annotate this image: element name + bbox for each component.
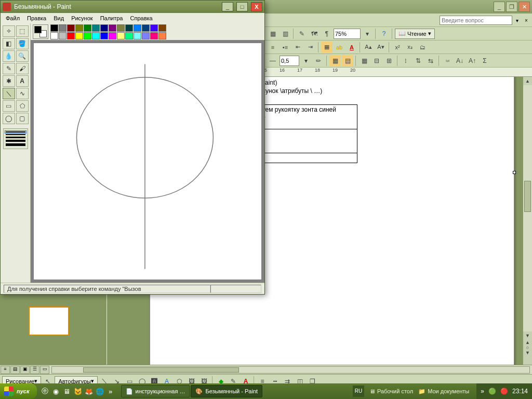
language-indicator[interactable]: RU [353, 385, 364, 397]
tool-select[interactable]: ⬚ [16, 25, 29, 37]
palette-color[interactable] [84, 32, 91, 39]
paint-titlebar[interactable]: Безымянный - Paint _ □ X [1, 1, 264, 13]
tool-curve[interactable]: ∿ [16, 88, 29, 99]
palette-color[interactable] [134, 24, 141, 32]
palette-color[interactable] [125, 32, 133, 39]
table-resize-handle[interactable] [513, 171, 516, 174]
subscript-icon[interactable]: x₂ [404, 42, 416, 53]
horizontal-scrollbar[interactable] [51, 366, 530, 374]
superscript-icon[interactable]: x² [392, 42, 403, 53]
palette-color[interactable] [75, 32, 83, 39]
outline-view-button[interactable]: ☰ [30, 366, 39, 374]
menu-view[interactable]: Вид [50, 14, 67, 22]
word-close-button[interactable]: ✕ [518, 2, 530, 12]
autoformat-icon[interactable]: ⎃ [442, 55, 453, 66]
ql-more-icon[interactable]: » [105, 385, 116, 397]
mydocs-link[interactable]: 📁 Мои документы [418, 388, 469, 395]
pen-color-icon[interactable]: ✏ [313, 55, 324, 66]
palette-color[interactable] [117, 24, 125, 32]
highlight-icon[interactable]: ab [334, 42, 345, 53]
print-view-button[interactable]: ▣ [20, 366, 30, 374]
styles-pane-icon[interactable]: 🗂 [417, 42, 428, 53]
palette-color[interactable] [92, 24, 100, 32]
ql-app1-icon[interactable]: 🐱 [73, 385, 83, 397]
sort-asc-icon[interactable]: A↓ [454, 55, 466, 66]
merge-cells-icon[interactable]: ⊟ [371, 55, 382, 66]
tray-icon-2[interactable]: 🔴 [500, 388, 508, 395]
palette-color[interactable] [125, 24, 133, 32]
word-restore-button[interactable]: ❐ [506, 2, 517, 12]
align-cell-icon[interactable]: ⫶ [400, 55, 411, 66]
ql-ie-icon[interactable]: ⓔ [40, 385, 50, 397]
tool-picker[interactable]: 💧 [3, 50, 15, 62]
palette-color[interactable] [150, 32, 158, 39]
palette-color[interactable] [59, 24, 66, 32]
distribute-cols-icon[interactable]: ⇆ [425, 55, 436, 66]
columns-icon[interactable]: ▥ [280, 28, 291, 39]
distribute-rows-icon[interactable]: ⇅ [413, 55, 424, 66]
line-weight-select[interactable] [280, 56, 299, 66]
borders-icon[interactable]: ▦ [329, 55, 341, 66]
task-word[interactable]: 📄 инструкционная … [121, 385, 190, 397]
ql-desktop-icon[interactable]: 🖥 [62, 385, 72, 397]
ql-app3-icon[interactable]: 🌐 [95, 385, 105, 397]
palette-color[interactable] [50, 32, 58, 39]
tool-freeform-select[interactable]: ✧ [3, 25, 15, 37]
palette-color[interactable] [67, 32, 75, 39]
scroll-down-icon[interactable]: ▼ [523, 331, 532, 340]
vertical-scrollbar[interactable]: ▲ ▼ ▲○▼ [523, 77, 532, 365]
tool-brush[interactable]: 🖌 [16, 63, 29, 74]
zoom-dropdown-icon[interactable]: ▾ [362, 28, 373, 39]
line-width-4[interactable] [6, 140, 25, 142]
palette-color[interactable] [100, 24, 108, 32]
normal-view-button[interactable]: ≡ [1, 366, 10, 374]
line-style-icon[interactable]: — [267, 55, 278, 66]
palette-color[interactable] [50, 24, 58, 32]
paint-close-button[interactable]: X [251, 2, 262, 11]
tool-magnifier[interactable]: 🔍 [16, 50, 29, 62]
split-cells-icon[interactable]: ⊞ [383, 55, 395, 66]
palette-color[interactable] [117, 32, 125, 39]
palette-color[interactable] [100, 32, 108, 39]
paragraph-icon[interactable]: ¶ [321, 28, 332, 39]
palette-color[interactable] [59, 32, 66, 39]
doc-map-icon[interactable]: 🗺 [309, 28, 320, 39]
ql-media-icon[interactable]: ◉ [51, 385, 61, 397]
outside-border-icon[interactable]: ▦ [321, 42, 332, 53]
palette-color[interactable] [158, 24, 166, 32]
palette-color[interactable] [109, 24, 116, 32]
reading-layout-button[interactable]: 📖 Чтение ▾ [395, 29, 435, 39]
palette-color[interactable] [134, 32, 141, 39]
line-width-3[interactable] [6, 137, 25, 138]
palette-color[interactable] [142, 24, 150, 32]
word-minimize-button[interactable]: _ [494, 2, 505, 12]
grow-font-icon[interactable]: A▴ [363, 42, 374, 53]
tool-eraser[interactable]: ◧ [3, 38, 15, 49]
tool-rounded-rect[interactable]: ▢ [16, 113, 29, 124]
tray-expand-icon[interactable]: » [481, 388, 484, 395]
hscroll-thumb[interactable] [83, 367, 239, 373]
help-close-icon[interactable]: × [523, 18, 530, 23]
palette-color[interactable] [158, 32, 166, 39]
current-colors[interactable] [33, 24, 48, 39]
tool-polygon[interactable]: ⬠ [16, 100, 29, 112]
vscroll-thumb[interactable] [524, 181, 531, 212]
help-icon[interactable]: ? [378, 28, 390, 39]
line-width-2[interactable] [6, 134, 25, 135]
tool-text[interactable]: A [16, 75, 29, 87]
foreground-color-swatch[interactable] [34, 26, 42, 33]
tray-icon-1[interactable]: 🟢 [488, 388, 496, 395]
menu-image[interactable]: Рисунок [68, 14, 96, 22]
paint-canvas[interactable] [34, 43, 261, 280]
help-search-input[interactable] [440, 16, 512, 25]
menu-colors[interactable]: Палитра [97, 14, 126, 22]
autosum-icon[interactable]: Σ [479, 55, 490, 66]
font-color-icon[interactable]: A [346, 42, 357, 53]
menu-help[interactable]: Справка [127, 14, 156, 22]
zoom-select[interactable] [334, 29, 361, 39]
help-dropdown-icon[interactable]: ▾ [514, 18, 521, 23]
menu-edit[interactable]: Правка [24, 14, 49, 22]
menu-file[interactable]: Файл [3, 14, 23, 22]
page-thumbnail[interactable] [29, 307, 69, 336]
reading-view-button[interactable]: ▭ [40, 366, 49, 374]
